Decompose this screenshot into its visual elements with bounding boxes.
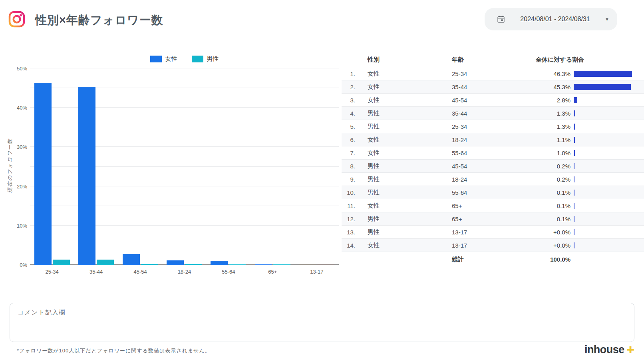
ratio-bar bbox=[574, 124, 575, 130]
bar-female-18-24[interactable] bbox=[167, 260, 184, 265]
bar-female-25-34[interactable] bbox=[34, 83, 52, 265]
row-number: 10. bbox=[342, 189, 355, 196]
ratio-bar bbox=[574, 137, 575, 143]
y-tick-label: 50% bbox=[3, 66, 27, 72]
total-label: 総計 bbox=[452, 256, 464, 263]
gridline-30 bbox=[30, 146, 339, 147]
y-tick-label: 40% bbox=[3, 105, 27, 111]
bar-male-25-34[interactable] bbox=[53, 260, 70, 265]
bar-male-18-24[interactable] bbox=[185, 264, 202, 265]
row-number: 8. bbox=[342, 163, 355, 170]
cell-age: 18-24 bbox=[452, 136, 467, 143]
row-number: 2. bbox=[342, 84, 355, 90]
cell-gender: 女性 bbox=[368, 149, 380, 157]
row-number: 12. bbox=[342, 216, 355, 222]
x-tick-label-35-44: 35-44 bbox=[78, 269, 114, 275]
footnote: *フォロワー数が100人以下だとフォロワーに関する数値は表示されません。 bbox=[17, 347, 211, 354]
row-number: 7. bbox=[342, 150, 355, 156]
comment-input[interactable]: コメント記入欄 bbox=[10, 303, 634, 342]
cell-age: 45-54 bbox=[452, 97, 467, 104]
chart-legend: 女性男性 bbox=[30, 55, 339, 63]
gridline-40 bbox=[30, 107, 339, 108]
gridline-15 bbox=[30, 206, 339, 206]
table-header-row: 性別 年齢 全体に対する割合 bbox=[342, 56, 644, 67]
cell-ratio: 1.1% bbox=[491, 136, 570, 143]
instagram-icon bbox=[7, 10, 26, 29]
ratio-bar bbox=[574, 203, 574, 209]
x-tick-label-18-24: 18-24 bbox=[167, 269, 203, 275]
cell-age: 55-64 bbox=[452, 189, 467, 196]
cell-age: 13-17 bbox=[452, 229, 467, 236]
cell-age: 25-34 bbox=[452, 123, 467, 130]
legend-swatch-icon bbox=[150, 56, 162, 62]
x-tick-label-13-17: 13-17 bbox=[299, 269, 335, 275]
date-range-value: 2024/08/01 - 2024/08/31 bbox=[505, 16, 605, 23]
cell-gender: 女性 bbox=[368, 136, 380, 144]
cell-ratio: 0.1% bbox=[491, 216, 570, 222]
legend-swatch-icon bbox=[192, 56, 203, 62]
table-row: 10.男性55-640.1% bbox=[342, 186, 644, 199]
table-row: 2.女性35-4445.3% bbox=[342, 80, 644, 94]
bar-female-45-54[interactable] bbox=[123, 254, 140, 265]
ratio-bar bbox=[574, 110, 575, 116]
cell-age: 55-64 bbox=[452, 150, 467, 156]
bar-male-45-54[interactable] bbox=[141, 264, 158, 265]
x-axis-line bbox=[30, 264, 339, 265]
cell-gender: 男性 bbox=[368, 228, 380, 236]
bar-male-35-44[interactable] bbox=[97, 260, 114, 265]
gender-age-bar-chart: 女性男性 現在のフォロワー数 0%10%20%30%40%50%25-3435-… bbox=[0, 44, 339, 284]
column-header-ratio[interactable]: 全体に対する割合 bbox=[536, 56, 584, 64]
table-row: 3.女性45-542.8% bbox=[342, 94, 644, 107]
x-tick-label-25-34: 25-34 bbox=[34, 269, 70, 275]
calendar-icon bbox=[497, 15, 505, 24]
bar-male-55-64[interactable] bbox=[229, 264, 246, 265]
cell-ratio: +0.0% bbox=[491, 242, 570, 249]
cell-gender: 男性 bbox=[368, 110, 380, 117]
bar-female-35-44[interactable] bbox=[78, 87, 95, 265]
ratio-bar bbox=[574, 216, 574, 222]
plot-area: 0%10%20%30%40%50%25-3435-4445-5418-2455-… bbox=[30, 68, 339, 265]
table-row: 11.女性65+0.1% bbox=[342, 199, 644, 212]
table-row: 5.男性25-341.3% bbox=[342, 120, 644, 133]
cell-gender: 男性 bbox=[368, 215, 380, 223]
cell-age: 65+ bbox=[452, 216, 462, 222]
row-number: 11. bbox=[342, 202, 355, 209]
cell-gender: 男性 bbox=[368, 162, 380, 170]
column-header-age[interactable]: 年齢 bbox=[452, 56, 464, 64]
cell-ratio: 0.1% bbox=[491, 189, 570, 196]
y-tick-label: 20% bbox=[3, 184, 27, 190]
ratio-bar bbox=[574, 71, 632, 77]
cell-gender: 女性 bbox=[368, 242, 380, 249]
cell-gender: 男性 bbox=[368, 189, 380, 196]
gridline-50 bbox=[30, 68, 339, 68]
x-tick-label-65+: 65+ bbox=[254, 269, 290, 275]
bar-female-65+[interactable] bbox=[255, 264, 272, 265]
cell-ratio: 0.2% bbox=[491, 176, 570, 183]
cell-ratio: 1.3% bbox=[491, 123, 570, 130]
legend-item-男性[interactable]: 男性 bbox=[192, 55, 219, 63]
cell-ratio: 0.2% bbox=[491, 163, 570, 170]
table-row: 7.女性55-641.0% bbox=[342, 146, 644, 160]
column-header-gender[interactable]: 性別 bbox=[368, 56, 380, 64]
bar-female-55-64[interactable] bbox=[211, 261, 228, 265]
row-number: 14. bbox=[342, 242, 355, 249]
cell-ratio: 1.3% bbox=[491, 110, 570, 117]
cell-gender: 男性 bbox=[368, 123, 380, 130]
cell-gender: 女性 bbox=[368, 96, 380, 104]
cell-age: 65+ bbox=[452, 202, 462, 209]
date-range-picker[interactable]: 2024/08/01 - 2024/08/31 ▼ bbox=[485, 8, 617, 30]
table-row: 4.男性35-441.3% bbox=[342, 107, 644, 120]
legend-item-女性[interactable]: 女性 bbox=[150, 55, 177, 63]
x-tick-label-55-64: 55-64 bbox=[211, 269, 246, 275]
cell-gender: 男性 bbox=[368, 176, 380, 183]
row-number: 5. bbox=[342, 123, 355, 130]
ratio-table: 性別 年齢 全体に対する割合 1.女性25-3446.3%2.女性35-4445… bbox=[342, 56, 644, 266]
row-number: 9. bbox=[342, 176, 355, 183]
brand-name: inhouse bbox=[584, 344, 624, 356]
bar-male-65+[interactable] bbox=[273, 264, 290, 265]
y-tick-label: 10% bbox=[3, 223, 27, 229]
chevron-down-icon: ▼ bbox=[605, 17, 609, 22]
gridline-25 bbox=[30, 166, 339, 167]
cell-age: 35-44 bbox=[452, 84, 467, 90]
cell-gender: 女性 bbox=[368, 70, 380, 78]
